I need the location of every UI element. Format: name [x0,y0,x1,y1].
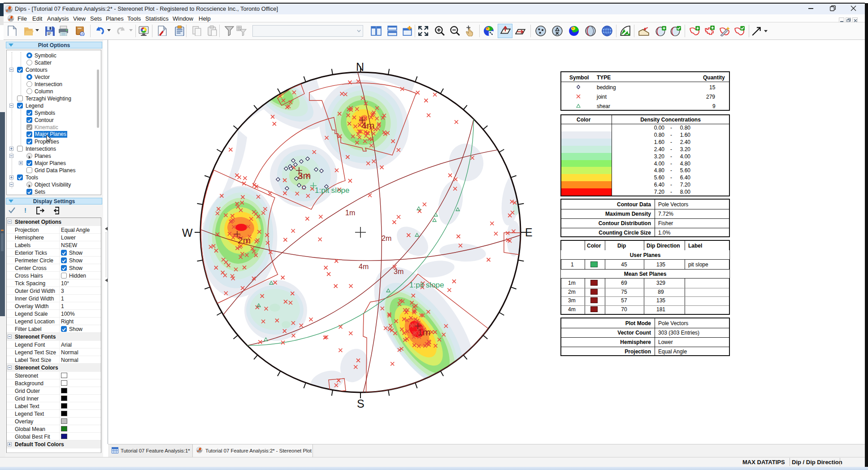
svg-text:3m: 3m [298,170,311,181]
svg-text:@: @ [81,33,84,36]
svg-text:1m: 1m [345,209,355,217]
svg-text:1:pit slope: 1:pit slope [409,281,444,289]
svg-text:2m: 2m [238,235,251,245]
svg-text:N: N [356,61,364,73]
svg-text:1:pit slope: 1:pit slope [315,186,350,195]
svg-text:2m: 2m [382,235,391,242]
svg-text:4m: 4m [361,120,374,131]
svg-text:E: E [525,226,533,239]
svg-text:3m: 3m [394,268,404,275]
svg-text:4m: 4m [359,263,369,270]
svg-text:S: S [357,397,365,410]
svg-text:W: W [182,226,193,239]
svg-text:1m: 1m [417,327,430,337]
